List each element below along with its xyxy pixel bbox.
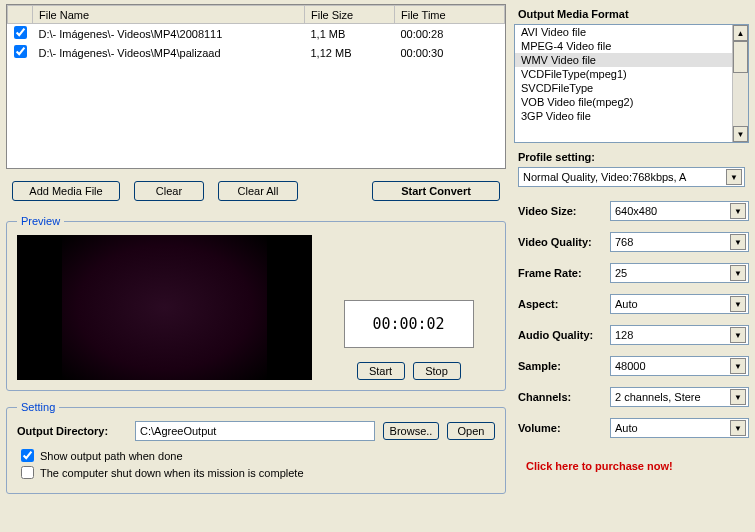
table-row[interactable]: D:\- Imágenes\- Videos\MP4\20081111,1 MB…	[8, 24, 505, 44]
preview-legend: Preview	[17, 215, 64, 227]
audioQuality-value: 128	[615, 329, 730, 341]
profile-value: Normal Quality, Video:768kbps, A	[523, 171, 726, 183]
chevron-down-icon[interactable]: ▼	[730, 420, 746, 436]
browse-button[interactable]: Browse..	[383, 422, 439, 440]
channels-label: Channels:	[518, 391, 604, 403]
format-item[interactable]: SVCDFileType	[515, 81, 732, 95]
videoSize-value: 640x480	[615, 205, 730, 217]
output-format-listbox[interactable]: AVI Video fileMPEG-4 Video fileWMV Video…	[514, 24, 749, 143]
output-directory-label: Output Directory:	[17, 425, 127, 437]
chevron-down-icon[interactable]: ▼	[726, 169, 742, 185]
setting-legend: Setting	[17, 401, 59, 413]
cell-filename: D:\- Imágenes\- Videos\MP4\2008111	[33, 24, 305, 44]
profile-setting-label: Profile setting:	[518, 151, 749, 163]
audioQuality-label: Audio Quality:	[518, 329, 604, 341]
channels-combo[interactable]: 2 channels, Stere▼	[610, 387, 749, 407]
profile-combo[interactable]: Normal Quality, Video:768kbps, A ▼	[518, 167, 745, 187]
sample-value: 48000	[615, 360, 730, 372]
volume-combo[interactable]: Auto▼	[610, 418, 749, 438]
cell-filetime: 00:00:30	[395, 43, 505, 62]
video-preview	[17, 235, 312, 380]
frameRate-value: 25	[615, 267, 730, 279]
output-directory-input[interactable]	[135, 421, 375, 441]
preview-panel: Preview 00:00:02 Start Stop	[6, 215, 506, 391]
format-item[interactable]: MPEG-4 Video file	[515, 39, 732, 53]
show-output-path-checkbox[interactable]	[21, 449, 34, 462]
row-checkbox[interactable]	[14, 26, 27, 39]
channels-value: 2 channels, Stere	[615, 391, 730, 403]
show-output-path-label: Show output path when done	[40, 450, 183, 462]
preview-stop-button[interactable]: Stop	[413, 362, 461, 380]
preview-timer: 00:00:02	[344, 300, 474, 348]
add-media-file-button[interactable]: Add Media File	[12, 181, 120, 201]
col-filetime[interactable]: File Time	[395, 6, 505, 24]
chevron-down-icon[interactable]: ▼	[730, 234, 746, 250]
file-table[interactable]: File Name File Size File Time D:\- Imáge…	[6, 4, 506, 169]
cell-filename: D:\- Imágenes\- Videos\MP4\palizaad	[33, 43, 305, 62]
clear-button[interactable]: Clear	[134, 181, 204, 201]
format-item[interactable]: 3GP Video file	[515, 109, 732, 123]
setting-panel: Setting Output Directory: Browse.. Open …	[6, 401, 506, 494]
col-filename[interactable]: File Name	[33, 6, 305, 24]
table-row[interactable]: D:\- Imágenes\- Videos\MP4\palizaad1,12 …	[8, 43, 505, 62]
row-checkbox[interactable]	[14, 45, 27, 58]
open-button[interactable]: Open	[447, 422, 495, 440]
aspect-combo[interactable]: Auto▼	[610, 294, 749, 314]
col-filesize[interactable]: File Size	[305, 6, 395, 24]
volume-value: Auto	[615, 422, 730, 434]
videoQuality-value: 768	[615, 236, 730, 248]
chevron-down-icon[interactable]: ▼	[730, 265, 746, 281]
scroll-up-icon[interactable]: ▲	[733, 25, 748, 41]
format-item[interactable]: VCDFileType(mpeg1)	[515, 67, 732, 81]
chevron-down-icon[interactable]: ▼	[730, 296, 746, 312]
format-item[interactable]: WMV Video file	[515, 53, 732, 67]
start-convert-button[interactable]: Start Convert	[372, 181, 500, 201]
shutdown-label: The computer shut down when its mission …	[40, 467, 304, 479]
chevron-down-icon[interactable]: ▼	[730, 327, 746, 343]
purchase-link[interactable]: Click here to purchase now!	[526, 460, 749, 472]
frameRate-combo[interactable]: 25▼	[610, 263, 749, 283]
scroll-down-icon[interactable]: ▼	[733, 126, 748, 142]
scroll-thumb[interactable]	[733, 41, 748, 73]
volume-label: Volume:	[518, 422, 604, 434]
chevron-down-icon[interactable]: ▼	[730, 389, 746, 405]
videoQuality-combo[interactable]: 768▼	[610, 232, 749, 252]
aspect-label: Aspect:	[518, 298, 604, 310]
cell-filesize: 1,1 MB	[305, 24, 395, 44]
preview-start-button[interactable]: Start	[357, 362, 405, 380]
format-scrollbar[interactable]: ▲ ▼	[732, 25, 748, 142]
cell-filesize: 1,12 MB	[305, 43, 395, 62]
clear-all-button[interactable]: Clear All	[218, 181, 298, 201]
aspect-value: Auto	[615, 298, 730, 310]
videoSize-combo[interactable]: 640x480▼	[610, 201, 749, 221]
output-format-label: Output Media Format	[518, 8, 749, 20]
frameRate-label: Frame Rate:	[518, 267, 604, 279]
sample-label: Sample:	[518, 360, 604, 372]
format-item[interactable]: AVI Video file	[515, 25, 732, 39]
audioQuality-combo[interactable]: 128▼	[610, 325, 749, 345]
col-check[interactable]	[8, 6, 33, 24]
format-item[interactable]: VOB Video file(mpeg2)	[515, 95, 732, 109]
chevron-down-icon[interactable]: ▼	[730, 358, 746, 374]
videoQuality-label: Video Quality:	[518, 236, 604, 248]
shutdown-checkbox[interactable]	[21, 466, 34, 479]
videoSize-label: Video Size:	[518, 205, 604, 217]
cell-filetime: 00:00:28	[395, 24, 505, 44]
chevron-down-icon[interactable]: ▼	[730, 203, 746, 219]
sample-combo[interactable]: 48000▼	[610, 356, 749, 376]
